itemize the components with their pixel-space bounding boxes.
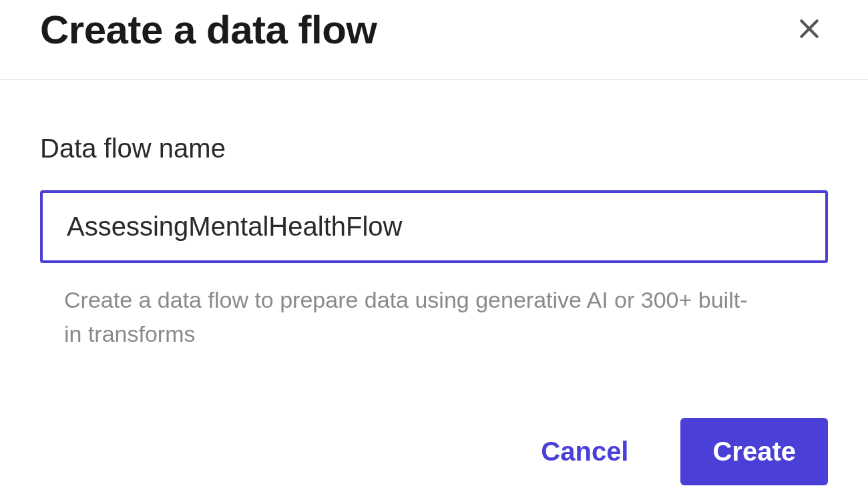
dialog-title: Create a data flow [40,7,377,53]
helper-text: Create a data flow to prepare data using… [40,283,761,351]
dialog-body: Data flow name Create a data flow to pre… [0,80,868,378]
create-button[interactable]: Create [680,418,828,485]
dialog-header: Create a data flow [0,0,868,80]
close-button[interactable] [791,10,828,49]
data-flow-name-label: Data flow name [40,134,828,164]
close-icon [796,15,823,44]
data-flow-name-input[interactable] [40,190,828,263]
create-data-flow-dialog: Create a data flow Data flow name Create… [0,0,868,488]
dialog-footer: Cancel Create [0,378,868,488]
cancel-button[interactable]: Cancel [522,423,647,480]
